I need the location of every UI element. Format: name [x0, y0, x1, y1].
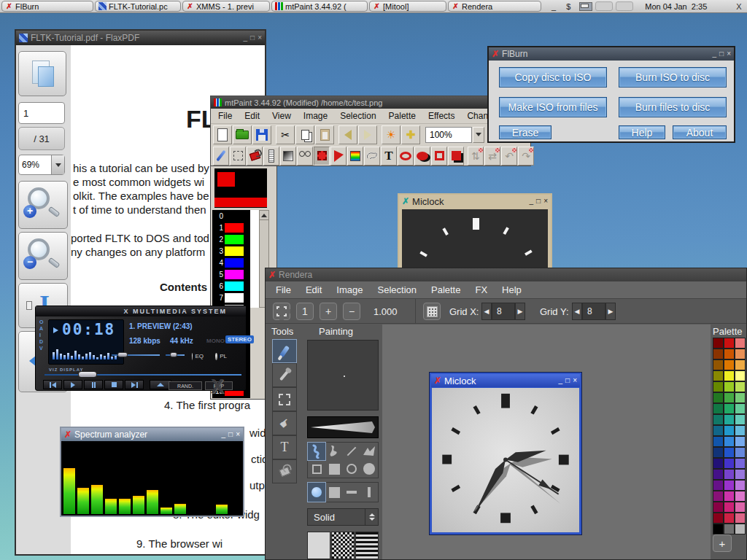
make-iso-from-files-button[interactable]: Make ISO from files [499, 97, 607, 117]
rendera-palette-swatch[interactable] [724, 458, 735, 469]
taskbar-button-flburn[interactable]: ✗FlBurn [1, 1, 93, 12]
seek-knob[interactable] [78, 371, 97, 378]
select-polygon-button[interactable] [330, 147, 347, 166]
palette-swatch[interactable] [225, 270, 244, 279]
flood-fill-button[interactable] [247, 147, 263, 166]
palette-swatch[interactable] [225, 293, 244, 303]
rendera-palette-swatch[interactable] [713, 381, 724, 392]
menu-edit[interactable]: Edit [306, 284, 322, 295]
menu-channels[interactable]: Chan [467, 111, 488, 121]
volume-knob[interactable] [117, 352, 128, 357]
mtpaint-palette-entry[interactable]: 2 [212, 233, 250, 245]
rendera-palette-swatch[interactable] [735, 491, 746, 502]
rendera-palette-swatch[interactable] [735, 370, 746, 381]
clone-button[interactable] [297, 147, 313, 166]
rendera-palette-swatch[interactable] [724, 338, 735, 349]
mtpaint-palette-entry[interactable]: 5 [212, 268, 250, 280]
ellipse-filled-button[interactable] [414, 147, 430, 166]
oval-filled-button[interactable] [360, 460, 378, 478]
rendera-palette-swatch[interactable] [735, 524, 746, 534]
mtpaint-canvas-area[interactable] [250, 210, 259, 308]
maximize-icon[interactable]: □ [536, 198, 541, 205]
mtpaint-palette-entry[interactable]: 6 [212, 280, 250, 292]
rendera-palette-swatch[interactable] [724, 513, 735, 524]
flaxpdf-titlebar[interactable]: FLTK-Tutorial.pdf - FlaxPDF _ □ × [16, 31, 265, 45]
rendera-palette-swatch[interactable] [713, 436, 724, 447]
open-file-button[interactable] [18, 51, 66, 96]
smudge-button[interactable] [280, 147, 296, 166]
text-tool-button[interactable]: T [272, 435, 297, 459]
brush-mode-select[interactable]: Solid [307, 508, 379, 526]
mtpaint-zoom-dropdown[interactable] [473, 127, 484, 143]
rendera-palette-swatch[interactable] [713, 349, 724, 359]
menu-palette[interactable]: Palette [389, 111, 416, 121]
zoom-select[interactable]: 69% [18, 155, 65, 175]
rendera-palette-swatch[interactable] [713, 370, 724, 381]
rendera-palette-swatch[interactable] [735, 458, 746, 469]
zoom-out-button[interactable]: − [343, 303, 360, 320]
close-icon[interactable]: × [236, 431, 240, 438]
paint-tool-button[interactable] [272, 339, 297, 363]
menu-help[interactable]: Help [502, 284, 522, 295]
miclock-back-titlebar[interactable]: ✗ Miclock _ □ × [399, 195, 551, 208]
clutter-d[interactable]: D [39, 339, 43, 344]
freehand-stroke-button[interactable] [308, 443, 325, 460]
rendera-palette-swatch[interactable] [735, 436, 746, 447]
mtpaint-palette-entry[interactable]: 0 [212, 210, 250, 222]
taskbar-button-xmms-1-previ[interactable]: ✗XMMS - 1. previ [182, 1, 270, 12]
copy-disc-to-iso-button[interactable]: Copy disc to ISO [499, 67, 607, 88]
taskbar-button--mitool-[interactable]: ✗[Mitool] [369, 1, 446, 12]
zoom-fit-button[interactable] [273, 303, 290, 320]
maximize-icon[interactable]: □ [228, 431, 233, 438]
palette-swatch[interactable] [225, 281, 244, 291]
rendera-palette-swatch[interactable] [713, 513, 724, 524]
page-number-input[interactable]: 1 [18, 102, 65, 124]
grid-x-value[interactable]: 8 [492, 303, 515, 320]
taskbar-minimized-indicator[interactable]: _ [551, 2, 556, 11]
menu-file[interactable]: File [218, 111, 232, 121]
ellipse-outline-button[interactable] [398, 147, 414, 166]
rotate-cw-button[interactable]: ↷ [518, 147, 534, 166]
help-button[interactable]: Help [619, 125, 665, 139]
select-tool-button[interactable] [272, 387, 297, 411]
rect-filled-button[interactable] [325, 460, 343, 478]
spectrum-titlebar[interactable]: ✗ Spectrum analyzer _ □ × [61, 428, 243, 441]
select-rectangle-button[interactable] [314, 147, 330, 166]
copy-button[interactable] [295, 125, 314, 144]
rendera-palette-swatch[interactable] [713, 458, 724, 469]
rendera-palette-swatch[interactable] [713, 447, 724, 458]
rendera-palette-swatch[interactable] [713, 491, 724, 502]
combo-arrows-icon[interactable] [365, 509, 378, 525]
taskbar-button-mtpaint-3-44-92-[interactable]: mtPaint 3.44.92 ( [271, 1, 368, 12]
palette-swatch[interactable] [225, 211, 244, 221]
burn-iso-to-disc-button[interactable]: Burn ISO to disc [619, 67, 727, 88]
menu-file[interactable]: File [276, 284, 291, 295]
palette-swatch[interactable] [225, 258, 244, 268]
next-button[interactable] [125, 380, 144, 389]
mtpaint-palette-entry[interactable]: 7 [212, 292, 250, 303]
xmms-time[interactable]: 00:18 [62, 321, 115, 338]
rendera-palette-swatch[interactable] [735, 502, 746, 513]
menu-effects[interactable]: Effects [428, 111, 454, 121]
menu-image[interactable]: Image [336, 284, 363, 295]
rendera-palette-swatch[interactable] [724, 425, 735, 436]
zoom-out-button[interactable]: − [18, 232, 68, 280]
menu-selection[interactable]: Selection [340, 111, 376, 121]
rotate-ccw-button[interactable]: ↶ [501, 147, 517, 166]
clutter-o[interactable]: O [39, 319, 43, 324]
rendera-palette-swatch[interactable] [735, 403, 746, 414]
mtpaint-palette-entry[interactable]: 3 [212, 245, 250, 257]
add-color-button[interactable]: + [713, 534, 732, 552]
texture-solid[interactable] [307, 532, 330, 559]
menu-palette[interactable]: Palette [431, 284, 460, 295]
pager-icon[interactable] [579, 2, 592, 11]
lasso-button[interactable] [364, 147, 380, 166]
open-button[interactable] [233, 125, 252, 144]
maximize-icon[interactable]: □ [250, 34, 255, 42]
square-tip-button[interactable] [325, 483, 343, 502]
grid-y-decrement[interactable]: ◀ [572, 303, 582, 320]
paste-button[interactable] [315, 125, 334, 144]
rendera-palette-swatch[interactable] [713, 338, 724, 349]
grid-y-value[interactable]: 8 [582, 303, 605, 320]
flip-selection-button[interactable]: ⇅ [468, 147, 484, 166]
